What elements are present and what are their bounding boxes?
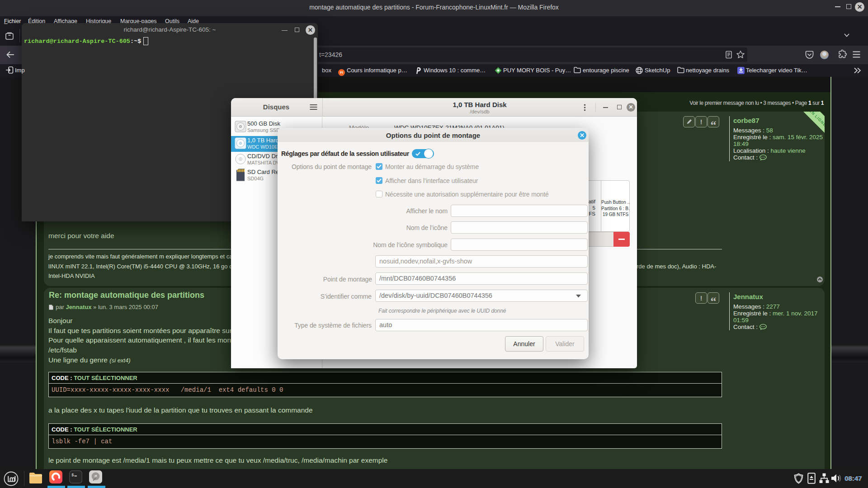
svg-text:$: $ — [71, 473, 74, 478]
